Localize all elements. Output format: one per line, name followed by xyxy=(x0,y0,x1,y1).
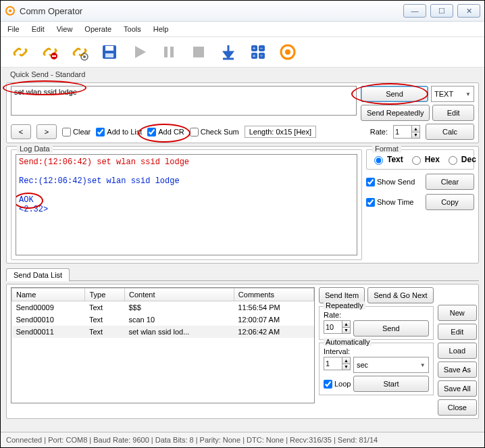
auto-start-button[interactable]: Start xyxy=(353,376,428,392)
stop-icon[interactable] xyxy=(186,39,211,65)
checksum-checkbox[interactable]: Check Sum xyxy=(190,128,239,136)
menu-edit[interactable]: Edit xyxy=(32,25,45,33)
svg-rect-9 xyxy=(170,47,174,57)
format-text-radio[interactable]: Text xyxy=(371,154,403,165)
download-icon[interactable] xyxy=(215,39,241,65)
app-icon xyxy=(5,5,16,16)
save-icon[interactable] xyxy=(97,39,122,65)
svg-rect-10 xyxy=(193,47,204,57)
maximize-button[interactable]: ☐ xyxy=(430,4,453,18)
save-all-button[interactable]: Save All xyxy=(438,380,477,397)
menu-operate[interactable]: Operate xyxy=(84,25,111,33)
close-button[interactable]: ✕ xyxy=(457,4,480,18)
svg-point-4 xyxy=(83,55,86,58)
calc-button[interactable]: Calc xyxy=(426,124,474,140)
repeat-rate-spinner[interactable]: ▲▼ xyxy=(324,320,351,334)
pause-icon[interactable] xyxy=(156,39,182,65)
rate-spinner[interactable]: ▲▼ xyxy=(393,125,420,139)
log-clear-button[interactable]: Clear xyxy=(426,174,474,190)
send-button[interactable]: Send xyxy=(361,86,428,102)
format-dec-radio[interactable]: Dec xyxy=(445,154,476,165)
log-copy-button[interactable]: Copy xyxy=(426,194,474,210)
col-content[interactable]: Content xyxy=(125,289,234,301)
repeatedly-legend: Repeatedly xyxy=(324,301,365,309)
tabs: Send Data List xyxy=(6,268,479,281)
menu-tools[interactable]: Tools xyxy=(124,25,141,33)
svg-text:×: × xyxy=(253,53,256,59)
svg-point-1 xyxy=(9,9,11,12)
table-row[interactable]: Send00010Textscan 1012:00:07 AM xyxy=(12,314,314,326)
menu-view[interactable]: View xyxy=(57,25,73,33)
new-button[interactable]: New xyxy=(438,305,477,321)
svg-rect-7 xyxy=(105,53,113,57)
play-icon[interactable] xyxy=(126,39,152,65)
data-table[interactable]: Name Type Content Comments Send00009Text… xyxy=(11,287,315,403)
auto-interval-spinner[interactable]: ▲▼ xyxy=(324,357,351,370)
log-line-rec: Rec:(12:06:42)set wlan ssid lodge xyxy=(19,176,354,186)
svg-text:÷: ÷ xyxy=(260,53,263,59)
add-cr-checkbox[interactable]: Add CR xyxy=(147,128,184,136)
svg-rect-8 xyxy=(164,47,168,57)
auto-interval-label: Interval: xyxy=(324,347,429,355)
add-to-list-checkbox[interactable]: Add to List xyxy=(96,128,142,136)
save-as-button[interactable]: Save As xyxy=(438,362,477,378)
repeat-send-button[interactable]: Send xyxy=(353,320,429,337)
titlebar: Comm Operator — ☐ ✕ xyxy=(1,1,484,22)
log-output[interactable]: Send:(12:06:42) set wlan ssid lodge Rec:… xyxy=(16,154,357,255)
menu-help[interactable]: Help xyxy=(153,25,169,33)
link-icon[interactable] xyxy=(7,39,33,65)
table-row[interactable]: Send00009Text$$$11:56:54 PM xyxy=(12,301,314,314)
minimize-button[interactable]: — xyxy=(403,4,426,18)
quick-send-panel: set wlan ssid lodge Send TEXT▼ Send Repe… xyxy=(6,82,479,143)
load-button[interactable]: Load xyxy=(438,343,477,359)
svg-text:+: + xyxy=(253,45,256,51)
toolbar: +−×÷ xyxy=(1,37,484,68)
auto-unit-select[interactable]: sec▼ xyxy=(353,357,429,373)
calc-icon[interactable]: +−×÷ xyxy=(245,39,271,65)
format-hex-radio[interactable]: Hex xyxy=(409,154,440,165)
tab-send-data-list[interactable]: Send Data List xyxy=(6,268,70,281)
table-row[interactable]: Send00011Textset wlan ssid lod...12:06:4… xyxy=(12,326,314,338)
svg-rect-6 xyxy=(105,46,113,51)
col-type[interactable]: Type xyxy=(85,289,125,301)
log-line-send: Send:(12:06:42) set wlan ssid lodge xyxy=(19,157,354,167)
edit-button[interactable]: Edit xyxy=(432,105,474,121)
col-comments[interactable]: Comments xyxy=(234,289,313,301)
link-settings-icon[interactable] xyxy=(67,39,93,65)
send-go-next-button[interactable]: Send & Go Next xyxy=(367,287,434,303)
unlink-icon[interactable] xyxy=(37,39,63,65)
format-select[interactable]: TEXT▼ xyxy=(431,86,474,102)
status-text: Connected | Port: COM8 | Baud Rate: 9600… xyxy=(6,436,378,444)
window-title: Comm Operator xyxy=(20,6,403,16)
log-line-aok: AOK xyxy=(19,195,34,205)
quick-send-label: Quick Send - Standard xyxy=(10,70,479,78)
list-edit-button[interactable]: Edit xyxy=(438,324,477,340)
svg-point-20 xyxy=(285,49,290,55)
loop-checkbox[interactable]: Loop xyxy=(324,380,351,389)
send-data-list-panel: Name Type Content Comments Send00009Text… xyxy=(6,284,479,419)
target-icon[interactable] xyxy=(275,39,301,65)
quick-send-input[interactable]: set wlan ssid lodge xyxy=(11,86,357,116)
menu-file[interactable]: File xyxy=(7,25,20,33)
length-display: Length: 0x15 [Hex] xyxy=(245,126,316,138)
svg-text:−: − xyxy=(260,45,263,51)
log-panel: Log Data Send:(12:06:42) set wlan ssid l… xyxy=(6,146,479,264)
col-name[interactable]: Name xyxy=(12,289,85,301)
clear-checkbox[interactable]: Clear xyxy=(62,128,91,136)
list-close-button[interactable]: Close xyxy=(438,399,477,416)
rate-label: Rate: xyxy=(370,128,388,136)
show-send-checkbox[interactable]: Show Send xyxy=(366,178,415,186)
auto-legend: Automatically xyxy=(324,338,372,346)
next-button[interactable]: > xyxy=(36,124,57,139)
repeat-rate-label: Rate: xyxy=(324,311,429,319)
log-legend: Log Data xyxy=(17,145,53,153)
prev-button[interactable]: < xyxy=(11,124,31,139)
log-line-ver: <2.32> xyxy=(19,205,354,214)
show-time-checkbox[interactable]: Show Time xyxy=(366,198,413,207)
format-legend: Format xyxy=(372,145,401,153)
menubar: File Edit View Operate Tools Help xyxy=(1,22,484,37)
statusbar: Connected | Port: COM8 | Baud Rate: 9600… xyxy=(1,432,484,447)
send-repeatedly-button[interactable]: Send Repeatedly xyxy=(361,105,430,121)
